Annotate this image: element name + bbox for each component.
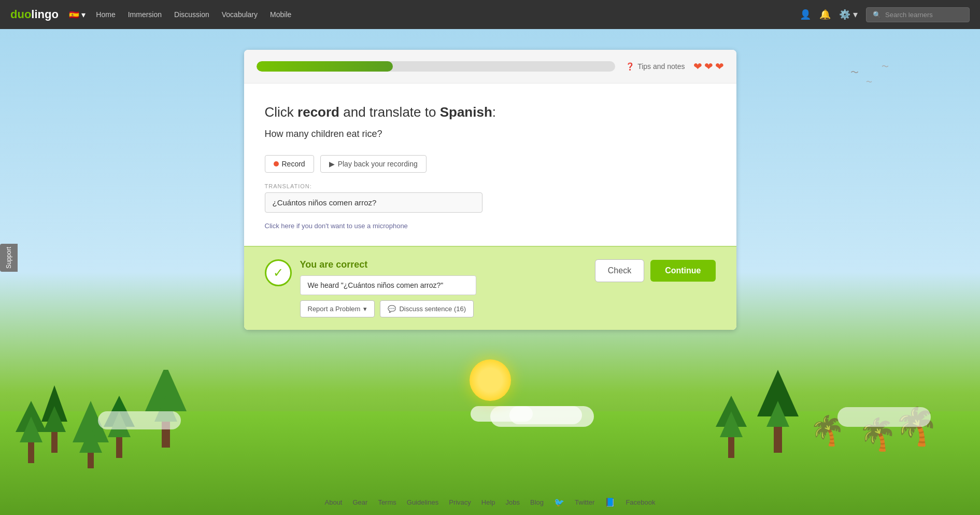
discuss-button[interactable]: 💬 Discuss sentence (16) [380, 300, 474, 317]
footer-jobs[interactable]: Jobs [506, 498, 520, 506]
search-input[interactable] [885, 11, 963, 19]
discuss-label: Discuss sentence (16) [399, 305, 466, 313]
settings-icon[interactable]: ⚙️ ▾ [839, 9, 858, 20]
footer-terms[interactable]: Terms [378, 498, 396, 506]
logo: duolingo [10, 8, 59, 21]
nav-immersion[interactable]: Immersion [128, 10, 162, 19]
footer-blog[interactable]: Blog [530, 498, 544, 506]
button-row: Record ▶ Play back your recording [265, 155, 716, 173]
correct-status: You are correct [300, 259, 476, 270]
bell-icon[interactable]: 🔔 [819, 9, 831, 20]
dropdown-icon: ▾ [363, 305, 367, 313]
navbar: duolingo 🇪🇸 ▾ Home Immersion Discussion … [0, 0, 980, 29]
tree-7 [716, 396, 747, 458]
heading-part1: Click [265, 104, 298, 120]
heading-part2: and translate to [339, 104, 440, 120]
sun-decoration [470, 359, 511, 401]
nav-mobile[interactable]: Mobile [270, 10, 291, 19]
cloud-5 [837, 407, 931, 427]
correct-content: You are correct We heard "¿Cuántos niños… [300, 259, 476, 317]
heart-2: ❤ [704, 60, 713, 73]
progress-section: ❓ Tips and notes ❤ ❤ ❤ [244, 50, 736, 83]
nav-icons: 👤 🔔 ⚙️ ▾ 🔍 [800, 7, 970, 22]
question-text: How many children eat rice? [265, 129, 716, 140]
twitter-icon: 🐦 [554, 497, 564, 507]
correct-left: ✓ You are correct We heard "¿Cuántos niñ… [265, 259, 476, 317]
footer-guidelines[interactable]: Guidelines [407, 498, 438, 506]
nav-discussion[interactable]: Discussion [174, 10, 209, 19]
play-icon: ▶ [329, 160, 335, 168]
checkmark-icon: ✓ [273, 266, 283, 280]
lesson-card: ❓ Tips and notes ❤ ❤ ❤ Click record and … [244, 50, 736, 330]
footer-privacy[interactable]: Privacy [449, 498, 471, 506]
footer-twitter[interactable]: Twitter [575, 498, 594, 506]
search-box[interactable]: 🔍 [866, 7, 970, 22]
facebook-icon: 📘 [605, 497, 615, 507]
cloud-3 [509, 406, 582, 424]
tree-5 [145, 370, 187, 448]
correct-right: Check Continue [595, 259, 716, 282]
footer-help[interactable]: Help [481, 498, 495, 506]
nav-links: Home Immersion Discussion Vocabulary Mob… [96, 10, 800, 19]
record-label: Record [282, 160, 305, 168]
heading-bold1: record [297, 104, 339, 120]
heard-box: We heard "¿Cuántos niños comen arroz?" [300, 275, 476, 295]
flag-button[interactable]: 🇪🇸 ▾ [69, 10, 86, 20]
bottom-buttons: Report a Problem ▾ 💬 Discuss sentence (1… [300, 300, 476, 317]
tips-notes-button[interactable]: ❓ Tips and notes [626, 62, 685, 71]
check-button[interactable]: Check [595, 259, 644, 282]
question-icon: ❓ [626, 62, 634, 71]
footer-facebook[interactable]: Facebook [626, 498, 655, 506]
main-content: ❓ Tips and notes ❤ ❤ ❤ Click record and … [0, 29, 980, 340]
heading-end: : [492, 104, 496, 120]
chat-icon: 💬 [388, 305, 396, 313]
record-dot-icon [274, 161, 279, 166]
correct-section: ✓ You are correct We heard "¿Cuántos niñ… [244, 246, 736, 330]
playback-label: Play back your recording [338, 160, 418, 168]
heart-1: ❤ [693, 60, 702, 73]
user-icon[interactable]: 👤 [800, 9, 811, 20]
progress-bar-fill [257, 61, 393, 72]
nav-vocabulary[interactable]: Vocabulary [222, 10, 258, 19]
footer: About Gear Terms Guidelines Privacy Help… [0, 489, 980, 515]
playback-button[interactable]: ▶ Play back your recording [320, 155, 427, 173]
hearts-display: ❤ ❤ ❤ [693, 60, 724, 73]
footer-gear[interactable]: Gear [352, 498, 367, 506]
search-icon: 🔍 [873, 11, 881, 19]
record-button[interactable]: Record [265, 155, 314, 173]
tips-notes-label: Tips and notes [637, 62, 685, 71]
cloud-4 [98, 411, 181, 429]
tree-2 [41, 385, 67, 453]
check-circle: ✓ [265, 259, 292, 286]
tree-6 [757, 370, 799, 453]
heart-3: ❤ [715, 60, 724, 73]
question-area: Click record and translate to Spanish: H… [244, 83, 736, 246]
footer-about[interactable]: About [325, 498, 343, 506]
question-heading: Click record and translate to Spanish: [265, 104, 716, 120]
report-label: Report a Problem [308, 305, 361, 313]
continue-button[interactable]: Continue [650, 260, 715, 282]
report-button[interactable]: Report a Problem ▾ [300, 300, 375, 317]
support-tab[interactable]: Support [0, 243, 18, 271]
nav-home[interactable]: Home [96, 10, 115, 19]
no-mic-link[interactable]: Click here if you don't want to use a mi… [265, 222, 408, 230]
translation-input[interactable] [265, 192, 482, 213]
translation-label: TRANSLATION: [265, 183, 716, 189]
heading-bold2: Spanish [440, 104, 492, 120]
progress-bar-container [257, 61, 616, 72]
